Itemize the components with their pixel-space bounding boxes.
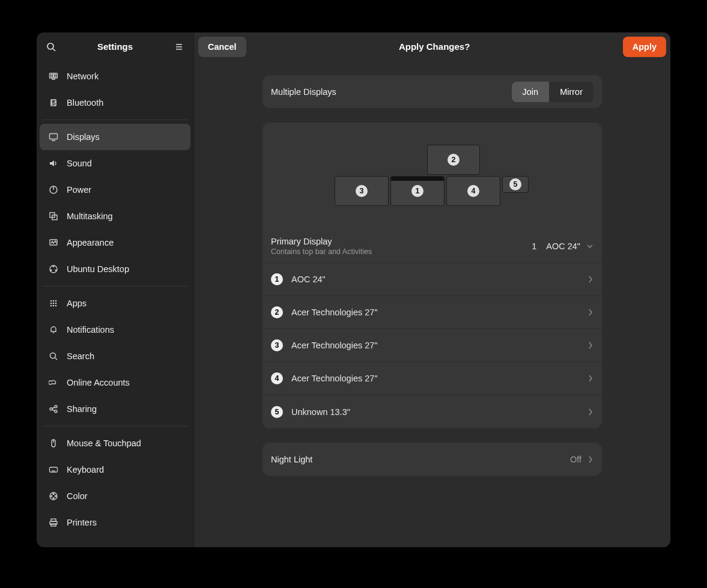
sidebar-item-sharing[interactable]: Sharing [40, 396, 190, 422]
sidebar-header: Settings [37, 32, 193, 61]
sidebar-item-color[interactable]: Color [40, 483, 190, 509]
chevron-right-icon [587, 308, 593, 317]
sidebar-item-power[interactable]: Power [40, 177, 190, 203]
svg-point-33 [50, 408, 52, 410]
primary-display-label: Primary Display [271, 237, 532, 246]
sidebar-item-keyboard[interactable]: Keyboard [40, 456, 190, 483]
monitor-1[interactable]: 1 [390, 176, 445, 206]
chevron-right-icon [587, 341, 593, 350]
svg-rect-6 [51, 74, 53, 77]
join-button[interactable]: Join [512, 82, 550, 102]
display-row-4[interactable]: 4Acer Technologies 27" [262, 362, 602, 395]
svg-point-34 [55, 405, 57, 408]
svg-point-35 [55, 410, 57, 413]
monitor-2[interactable]: 2 [427, 145, 480, 175]
svg-point-28 [53, 305, 55, 307]
apply-button[interactable]: Apply [623, 37, 666, 57]
power-icon [48, 185, 59, 195]
svg-point-48 [53, 498, 54, 499]
sidebar-item-multitasking[interactable]: Multitasking [40, 203, 190, 229]
sidebar-item-label: Search [67, 351, 94, 361]
primary-display-sub: Contains top bar and Activities [271, 247, 532, 256]
svg-rect-10 [50, 134, 58, 139]
sidebar-item-bluetooth[interactable]: Bluetooth [40, 89, 190, 116]
svg-point-20 [55, 270, 57, 271]
monitor-number-badge: 3 [356, 185, 368, 197]
sidebar-item-label: Power [67, 185, 91, 195]
svg-point-26 [55, 303, 57, 305]
display-row-1[interactable]: 1AOC 24" [262, 263, 602, 296]
monitor-5[interactable]: 5 [502, 176, 529, 193]
ubuntu-desktop-icon [48, 264, 59, 274]
primary-display-num: 1 [532, 241, 536, 251]
svg-point-19 [50, 270, 52, 271]
printers-icon [48, 518, 59, 527]
search-icon[interactable] [41, 37, 61, 56]
main-title: Apply Changes? [251, 41, 618, 52]
keyboard-icon [48, 465, 59, 474]
sidebar-item-label: Multitasking [67, 211, 113, 221]
svg-line-32 [55, 358, 57, 360]
svg-point-27 [50, 305, 52, 307]
monitor-3[interactable]: 3 [335, 176, 389, 206]
sidebar-item-printers[interactable]: Printers [40, 509, 190, 536]
sidebar-item-appearance[interactable]: Appearance [40, 229, 190, 256]
sidebar-item-online-accounts[interactable]: Online Accounts [40, 369, 190, 396]
multitasking-icon [48, 211, 59, 221]
mirror-button[interactable]: Mirror [549, 82, 593, 102]
chevron-right-icon [587, 275, 593, 283]
monitor-primary-bar [391, 177, 444, 181]
display-row-2[interactable]: 2Acer Technologies 27" [262, 296, 602, 329]
display-name: Acer Technologies 27" [291, 341, 579, 350]
sidebar-item-ubuntu-desktop[interactable]: Ubuntu Desktop [40, 256, 190, 282]
cancel-button[interactable]: Cancel [198, 37, 246, 57]
svg-point-22 [53, 300, 55, 302]
display-row-5[interactable]: 5Unknown 13.3" [262, 395, 602, 428]
display-number-badge: 5 [271, 406, 283, 418]
sidebar-item-network[interactable]: Network [40, 63, 190, 89]
sidebar-item-mouse-touchpad[interactable]: Mouse & Touchpad [40, 430, 190, 456]
sidebar-item-apps[interactable]: Apps [40, 290, 190, 317]
notifications-icon [48, 325, 59, 335]
primary-display-row[interactable]: Primary Display Contains top bar and Act… [262, 229, 602, 263]
display-name: Unknown 13.3" [291, 407, 579, 417]
svg-line-36 [52, 407, 55, 408]
display-row-3[interactable]: 3Acer Technologies 27" [262, 329, 602, 362]
sidebar-item-label: Keyboard [67, 465, 104, 474]
sidebar-divider [42, 120, 188, 120]
hamburger-icon[interactable] [169, 37, 189, 56]
chevron-right-icon [587, 408, 593, 416]
night-light-row[interactable]: Night Light Off [262, 443, 602, 476]
display-number-badge: 4 [271, 372, 283, 384]
primary-display-name: AOC 24" [546, 241, 580, 251]
multiple-displays-row: Multiple Displays Join Mirror [262, 75, 602, 108]
display-arrangement[interactable]: 23145 [262, 123, 602, 229]
network-icon [48, 71, 59, 81]
sidebar-item-displays[interactable]: Displays [40, 124, 190, 150]
mouse-touchpad-icon [48, 438, 59, 448]
svg-point-0 [47, 43, 53, 49]
monitor-number-badge: 4 [467, 185, 479, 197]
display-number-badge: 3 [271, 339, 283, 351]
night-light-card: Night Light Off [262, 443, 602, 476]
sidebar-item-label: Sharing [67, 404, 97, 414]
multiple-displays-card: Multiple Displays Join Mirror [262, 75, 602, 108]
displays-card: 23145 Primary Display Contains top bar a… [262, 123, 602, 428]
sidebar: Settings NetworkBluetoothDisplaysSoundPo… [37, 32, 194, 547]
sidebar-item-label: Appearance [67, 238, 114, 247]
sidebar-item-notifications[interactable]: Notifications [40, 317, 190, 343]
sharing-icon [48, 404, 59, 414]
sidebar-item-label: Online Accounts [67, 378, 130, 387]
content: Multiple Displays Join Mirror 23145 Prim… [194, 61, 670, 547]
monitor-4[interactable]: 4 [446, 176, 500, 206]
svg-point-49 [51, 496, 52, 497]
online-accounts-icon [48, 378, 59, 387]
chevron-right-icon [587, 374, 593, 383]
display-list: 1AOC 24"2Acer Technologies 27"3Acer Tech… [262, 263, 602, 428]
sidebar-item-search[interactable]: Search [40, 343, 190, 369]
sidebar-item-label: Ubuntu Desktop [67, 264, 129, 274]
sidebar-item-sound[interactable]: Sound [40, 150, 190, 177]
svg-point-29 [55, 305, 57, 307]
svg-point-25 [53, 303, 55, 305]
svg-point-24 [50, 303, 52, 305]
